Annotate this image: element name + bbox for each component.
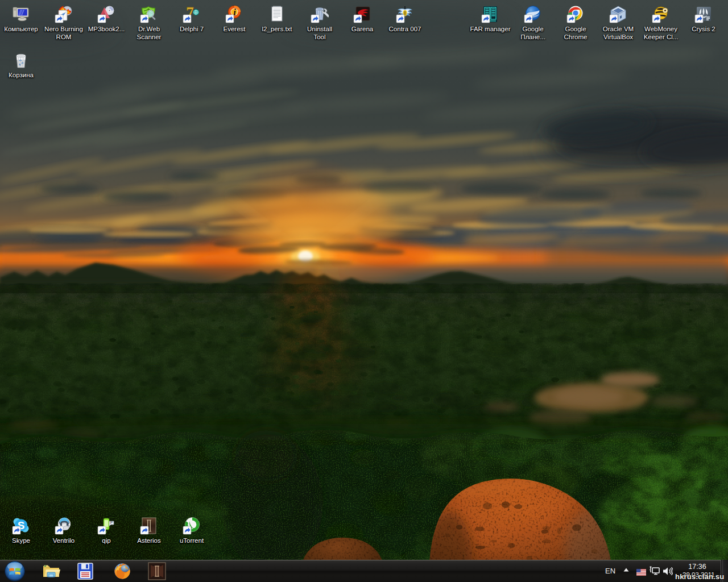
svg-text:P: P: [110, 521, 113, 525]
